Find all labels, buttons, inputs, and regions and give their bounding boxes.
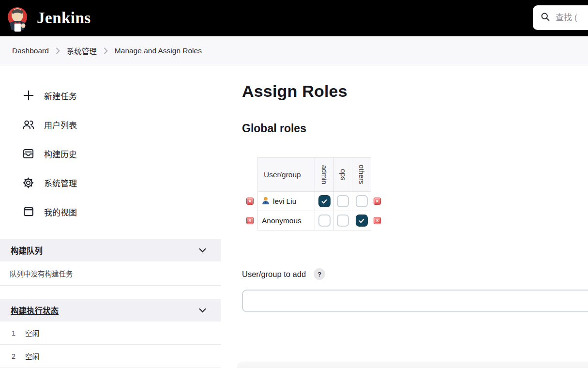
build-executor-header[interactable]: 构建执行状态 [0, 299, 221, 322]
sidebar-item-manage-jenkins[interactable]: 系统管理 [0, 168, 221, 197]
breadcrumb-manage[interactable]: 系统管理 [67, 46, 97, 56]
executor-row: 1 空闲 [0, 322, 221, 345]
chevron-down-icon [199, 246, 206, 255]
role-checkbox[interactable] [318, 215, 331, 227]
user-group-header: User/group [258, 158, 315, 192]
page-title: Assign Roles [242, 82, 588, 101]
sidebar: 新建任务 用户列表 构建历史 [0, 65, 221, 368]
global-roles-area: × × × × User/group admin ops others [242, 157, 588, 240]
build-queue-header[interactable]: 构建队列 [0, 239, 221, 261]
role-column-header: others [352, 158, 371, 192]
breadcrumb-assign-roles[interactable]: Manage and Assign Roles [115, 46, 202, 55]
role-cell [315, 211, 334, 230]
breadcrumb-dashboard[interactable]: Dashboard [12, 46, 49, 55]
role-checkbox[interactable] [356, 215, 368, 227]
sidebar-item-people[interactable]: 用户列表 [0, 110, 221, 139]
role-column-header: ops [334, 158, 352, 192]
role-checkbox[interactable] [337, 195, 349, 207]
chevron-down-icon [199, 306, 206, 315]
sidebar-item-label: 构建历史 [44, 148, 77, 160]
role-cell [352, 192, 371, 211]
search-box[interactable] [533, 5, 588, 30]
user-group-to-add-input[interactable] [242, 290, 588, 312]
brand-title[interactable]: Jenkins [37, 9, 91, 27]
user-icon [262, 197, 270, 206]
role-cell [352, 211, 371, 230]
sidebar-item-my-views[interactable]: 我的视图 [0, 197, 221, 226]
search-input[interactable] [556, 13, 588, 23]
sidebar-item-build-history[interactable]: 构建历史 [0, 139, 221, 168]
build-history-icon [22, 147, 35, 160]
sidebar-item-label: 用户列表 [44, 119, 77, 131]
executor-number: 2 [12, 353, 15, 360]
user-group-to-add-row: User/group to add ? [242, 268, 588, 280]
build-executor-title: 构建执行状态 [11, 305, 59, 316]
role-cell [334, 211, 352, 230]
delete-row-icon[interactable]: × [374, 217, 381, 224]
role-cell [315, 192, 334, 211]
chevron-right-icon [56, 47, 60, 54]
build-queue-title: 构建队列 [11, 245, 43, 256]
role-checkbox[interactable] [318, 195, 331, 207]
gear-icon [22, 176, 35, 189]
executor-status: 空闲 [25, 328, 39, 338]
global-roles-heading: Global roles [242, 122, 588, 135]
executor-number: 1 [12, 329, 15, 337]
help-button[interactable]: ? [314, 268, 325, 280]
jenkins-logo-icon[interactable] [5, 4, 30, 32]
plus-icon [22, 89, 35, 102]
top-bar: Jenkins [0, 0, 588, 36]
search-icon [540, 12, 550, 24]
role-checkbox[interactable] [356, 195, 368, 207]
breadcrumb: Dashboard 系统管理 Manage and Assign Roles [0, 36, 588, 65]
main-content: Assign Roles Global roles × × × × User/g… [221, 65, 588, 368]
people-icon [22, 118, 35, 131]
chevron-right-icon [104, 47, 108, 54]
executor-row: 2 空闲 [0, 345, 221, 368]
user-row-name: Anonymous [258, 211, 315, 230]
global-roles-table: User/group admin ops others levi Liu [257, 157, 371, 230]
my-views-icon [22, 205, 35, 218]
sidebar-item-label: 新建任务 [44, 90, 77, 102]
sidebar-item-new-item[interactable]: 新建任务 [0, 81, 221, 110]
role-column-header: admin [315, 158, 334, 192]
role-checkbox[interactable] [337, 215, 349, 227]
executor-status: 空闲 [25, 351, 39, 361]
bottom-app-bar [237, 361, 588, 368]
user-group-to-add-label: User/group to add [242, 270, 306, 279]
role-cell [334, 192, 352, 211]
delete-row-icon[interactable]: × [374, 198, 381, 205]
delete-row-icon[interactable]: × [246, 198, 254, 205]
user-row-name: levi Liu [258, 192, 315, 211]
build-queue-empty-text: 队列中没有构建任务 [0, 261, 221, 286]
sidebar-item-label: 我的视图 [44, 206, 77, 218]
delete-row-icon[interactable]: × [246, 217, 254, 224]
sidebar-item-label: 系统管理 [44, 177, 77, 189]
